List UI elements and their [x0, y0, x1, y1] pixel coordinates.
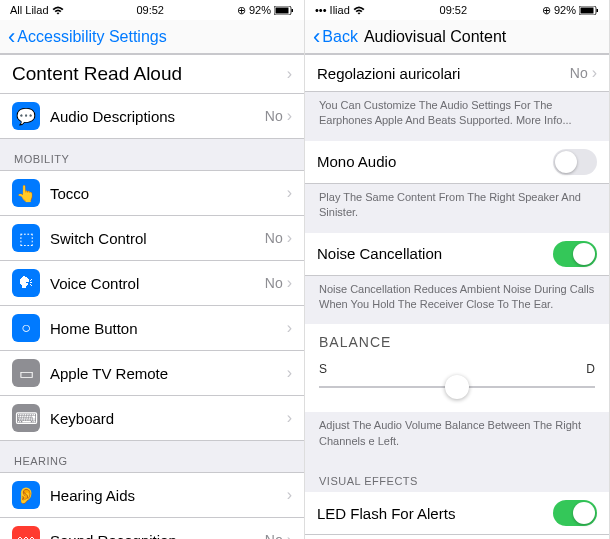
sound-rec-icon: 〰 — [12, 526, 40, 539]
chevron-icon: › — [287, 319, 292, 337]
row-audio-descriptions[interactable]: 💬 Audio Descriptions No › — [0, 94, 304, 139]
row-blinks-silent[interactable]: Blinks With Silent — [305, 535, 609, 539]
balance-slider-row: S D — [305, 354, 609, 412]
row-label: Hearing Aids — [50, 487, 287, 504]
nav-bar[interactable]: ‹ Accessibility Settings — [0, 20, 304, 54]
chevron-icon: › — [287, 409, 292, 427]
settings-list: Regolazioni auricolari No › You Can Cust… — [305, 54, 609, 539]
row-label: Audio Descriptions — [50, 108, 265, 125]
chevron-icon: › — [287, 274, 292, 292]
nav-back-label[interactable]: Back — [322, 28, 358, 46]
chevron-icon: › — [287, 364, 292, 382]
battery-percent: ⊕ 92% — [237, 4, 271, 17]
row-label: Voice Control — [50, 275, 265, 292]
row-tocco[interactable]: 👆 Tocco › — [0, 170, 304, 216]
wifi-icon — [353, 6, 365, 15]
row-label: Content Read Aloud — [12, 63, 287, 85]
voice-icon: 🗣 — [12, 269, 40, 297]
svg-rect-4 — [580, 7, 593, 13]
chevron-icon: › — [592, 64, 597, 82]
time-label: 09:52 — [136, 4, 164, 16]
chevron-icon: › — [287, 229, 292, 247]
chevron-icon: › — [287, 65, 292, 83]
time-label: 09:52 — [440, 4, 468, 16]
status-bar: All Lilad 09:52 ⊕ 92% — [0, 0, 304, 20]
row-sound-recognition[interactable]: 〰 Sound Recognition No › — [0, 518, 304, 539]
row-label: Home Button — [50, 320, 287, 337]
right-phone: ••• Iliad 09:52 ⊕ 92% ‹ Back Audiovisual… — [305, 0, 610, 539]
chevron-icon: › — [287, 486, 292, 504]
row-label: LED Flash For Alerts — [317, 505, 553, 522]
row-headphone-adjustments[interactable]: Regolazioni auricolari No › — [305, 54, 609, 92]
footer-balance: Adjust The Audio Volume Balance Between … — [305, 412, 609, 461]
balance-left-label: S — [319, 362, 327, 376]
status-bar: ••• Iliad 09:52 ⊕ 92% — [305, 0, 609, 20]
chevron-icon: › — [287, 184, 292, 202]
section-mobility: MOBILITY — [0, 139, 304, 170]
row-status: No — [265, 108, 283, 124]
nav-title: Audiovisual Content — [364, 28, 506, 46]
row-led-flash[interactable]: LED Flash For Alerts — [305, 492, 609, 535]
row-status: No — [265, 532, 283, 539]
left-phone: All Lilad 09:52 ⊕ 92% ‹ Accessibility Se… — [0, 0, 305, 539]
row-label: Apple TV Remote — [50, 365, 287, 382]
battery-percent: ⊕ 92% — [542, 4, 576, 17]
section-hearing: Hearing — [0, 441, 304, 472]
back-chevron-icon[interactable]: ‹ — [8, 24, 15, 50]
chevron-icon: › — [287, 107, 292, 125]
row-status: No — [265, 275, 283, 291]
row-noise-cancellation[interactable]: Noise Cancellation — [305, 233, 609, 276]
row-label: Noise Cancellation — [317, 245, 553, 262]
balance-title: BALANCE — [305, 324, 609, 354]
nav-back-label[interactable]: Accessibility Settings — [17, 28, 166, 46]
battery-icon — [274, 6, 294, 15]
row-keyboard[interactable]: ⌨ Keyboard › — [0, 396, 304, 441]
back-chevron-icon[interactable]: ‹ — [313, 24, 320, 50]
row-status: No — [265, 230, 283, 246]
keyboard-icon: ⌨ — [12, 404, 40, 432]
row-switch-control[interactable]: ⬚ Switch Control No › — [0, 216, 304, 261]
balance-right-label: D — [586, 362, 595, 376]
settings-list: Content Read Aloud › 💬 Audio Description… — [0, 54, 304, 539]
chevron-icon: › — [287, 531, 292, 539]
row-label: Sound Recognition — [50, 532, 265, 540]
row-label: Regolazioni auricolari — [317, 65, 570, 82]
home-icon: ○ — [12, 314, 40, 342]
battery-icon — [579, 6, 599, 15]
row-home-button[interactable]: ○ Home Button › — [0, 306, 304, 351]
balance-slider[interactable] — [319, 386, 595, 388]
section-visual: VISUAL EFFECTS — [305, 461, 609, 492]
row-status: No — [570, 65, 588, 81]
nav-bar[interactable]: ‹ Back Audiovisual Content — [305, 20, 609, 54]
mono-toggle[interactable] — [553, 149, 597, 175]
row-hearing-aids[interactable]: 👂 Hearing Aids › — [0, 472, 304, 518]
row-mono-audio[interactable]: Mono Audio — [305, 141, 609, 184]
footer-mono: Play The Same Content From The Right Spe… — [305, 184, 609, 233]
slider-thumb[interactable] — [445, 375, 469, 399]
footer-noise: Noise Cancellation Reduces Ambient Noise… — [305, 276, 609, 325]
row-label: Keyboard — [50, 410, 287, 427]
row-apple-tv[interactable]: ▭ Apple TV Remote › — [0, 351, 304, 396]
row-label: Tocco — [50, 185, 287, 202]
switch-icon: ⬚ — [12, 224, 40, 252]
row-content-read-aloud[interactable]: Content Read Aloud › — [0, 54, 304, 94]
svg-rect-1 — [276, 7, 289, 13]
svg-rect-5 — [596, 9, 598, 12]
hearing-icon: 👂 — [12, 481, 40, 509]
row-label: Switch Control — [50, 230, 265, 247]
footer-headphone: You Can Customize The Audio Settings For… — [305, 92, 609, 141]
noise-toggle[interactable] — [553, 241, 597, 267]
carrier-label: All Lilad — [10, 4, 49, 16]
row-voice-control[interactable]: 🗣 Voice Control No › — [0, 261, 304, 306]
row-label: Mono Audio — [317, 153, 553, 170]
appletv-icon: ▭ — [12, 359, 40, 387]
led-toggle[interactable] — [553, 500, 597, 526]
touch-icon: 👆 — [12, 179, 40, 207]
svg-rect-2 — [292, 9, 294, 12]
wifi-icon — [52, 6, 64, 15]
audio-desc-icon: 💬 — [12, 102, 40, 130]
